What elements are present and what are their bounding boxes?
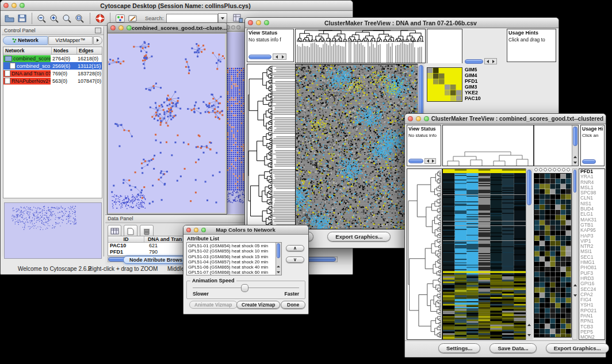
attribute-list[interactable]: GPL51-01 (GSM854) heat shock 05 minGPL51… — [186, 242, 282, 275]
zoom-window-icon[interactable] — [236, 25, 240, 29]
attribute-item[interactable]: GPL51-01 (GSM854) heat shock 05 min — [188, 243, 280, 248]
move-down-button[interactable]: ∨ — [286, 256, 304, 263]
zoom-out-icon[interactable] — [36, 13, 48, 24]
attribute-list-vscrollbar[interactable] — [276, 243, 281, 275]
treeview2-global-heatmap[interactable] — [442, 168, 526, 340]
treeview2-zoom-heatmap[interactable] — [534, 173, 572, 338]
tab-network[interactable]: Network — [3, 36, 48, 45]
row-label[interactable]: PAC10 — [465, 95, 481, 101]
help-icon[interactable] — [94, 13, 106, 24]
zoom-selected-icon[interactable] — [61, 13, 74, 24]
faster-label: Faster — [284, 291, 299, 297]
network-canvas[interactable] — [108, 34, 225, 213]
view-status-hscrollbar[interactable] — [248, 55, 271, 59]
minimize-icon[interactable] — [231, 25, 235, 29]
network-row[interactable]: DNA and Tran 07 769(0) 183728(0) — [3, 70, 102, 77]
network-table: combined_scores 2764(0) 16218(0) combine… — [3, 55, 102, 85]
float-panel-icon[interactable] — [95, 28, 101, 33]
treeview1-usage-hints: Usage Hints Click and drag to — [507, 29, 556, 62]
desktop: Cytoscape Desktop (Session Name: collins… — [0, 0, 612, 364]
tab-overflow-arrow-icon[interactable] — [93, 36, 102, 45]
attribute-item[interactable]: GPL51-02 (GSM855) heat shock 10 min — [188, 248, 280, 254]
minimize-icon[interactable] — [416, 116, 421, 121]
col-labels-vscrollbar[interactable] — [572, 125, 578, 166]
view-status-hscrollbar[interactable] — [408, 159, 423, 163]
treeview2-row-dendrogram[interactable] — [407, 168, 442, 340]
treeview1-view-status: View Status No status info f — [247, 29, 294, 62]
attribute-list-label: Attribute List — [187, 236, 219, 242]
treeview1-button[interactable]: Export Graphics... — [327, 232, 391, 242]
data-col-id[interactable]: ID — [108, 236, 144, 242]
zoom-window-icon[interactable] — [201, 228, 206, 232]
treeview2-usage-hints: Usage Hi Click an — [580, 125, 605, 166]
network-window-title: combined_scores_good.txt--cluste... — [132, 25, 227, 31]
search-input[interactable] — [166, 14, 218, 23]
usage-hints-hscrollbar[interactable] — [582, 159, 596, 164]
animate-vizmap-button[interactable]: Animate Vizmap — [189, 301, 238, 309]
speed-slider-thumb[interactable] — [241, 284, 248, 292]
move-up-button[interactable]: ∧ — [286, 245, 304, 251]
row-label[interactable]: PFD1 — [465, 78, 481, 84]
save-icon[interactable] — [16, 13, 28, 24]
row-label[interactable]: GIM4 — [465, 72, 481, 78]
row-label[interactable]: GIM3 — [465, 84, 481, 90]
network-icon — [5, 56, 12, 62]
animation-speed-group: Animation Speed Slower Faster — [186, 281, 305, 299]
search-dropdown-button[interactable] — [218, 13, 227, 24]
treeview2-column-dendrogram[interactable] — [442, 125, 534, 166]
treeview2-global-vscrollbar[interactable] — [526, 168, 533, 340]
zoom-in-icon[interactable] — [48, 13, 61, 24]
attribute-item[interactable]: GPL51-06 (GSM865) heat shock 40 min — [188, 265, 280, 270]
minimize-icon[interactable] — [256, 20, 261, 25]
zoom-fit-icon[interactable] — [74, 13, 86, 24]
row-label[interactable]: GIM5 — [465, 67, 481, 72]
treeview1-zoom-hscrollbar[interactable] — [465, 58, 497, 64]
map-colors-dialog: Map Colors to Network Attribute List GPL… — [183, 225, 309, 315]
treeview1-heatmap[interactable] — [295, 64, 418, 229]
attribute-item[interactable]: GPL51-03 (GSM856) heat shock 15 min — [188, 254, 280, 259]
zoom-window-icon[interactable] — [20, 3, 25, 8]
network-table-header[interactable]: Network Nodes Edges — [3, 47, 102, 55]
treeview2-title-bar[interactable]: ClusterMaker TreeView : combined_scores_… — [405, 114, 606, 124]
network-view-window: combined_scores_good.txt--cluste... — [107, 22, 227, 214]
close-icon[interactable] — [248, 20, 253, 25]
minimize-icon[interactable] — [118, 25, 124, 30]
close-icon[interactable] — [186, 228, 191, 232]
treeview1-row-labels: GIM5GIM4PFD1GIM3YKE2PAC10 — [465, 67, 481, 101]
treeview2-window: ClusterMaker TreeView : combined_scores_… — [404, 113, 606, 358]
done-button[interactable]: Done — [281, 301, 305, 309]
treeview2-gene-list: PFD1YRA1RNR4MSL1SPC98CLN1NIS1BUD4ELG1MAK… — [579, 168, 605, 340]
tab-vizmapper[interactable]: VizMapper™ — [48, 36, 93, 45]
dialog-title: Map Colors to Network — [206, 227, 285, 233]
treeview2-button[interactable]: Settings... — [438, 343, 480, 353]
treeview2-button[interactable]: Save Data... — [489, 343, 536, 353]
close-icon[interactable] — [408, 116, 413, 121]
gene-list-vscrollbar[interactable] — [572, 168, 577, 340]
network-overview-thumbnail[interactable] — [4, 202, 102, 259]
treeview1-title-bar[interactable]: ClusterMaker TreeView : DNA and Tran 07-… — [245, 18, 559, 28]
minimize-icon[interactable] — [194, 228, 198, 232]
node-attribute-browser-tab[interactable]: Node Attribute Brows — [123, 256, 189, 264]
network-row[interactable]: combined_scores 2764(0) 16218(0) — [3, 55, 102, 62]
row-label[interactable]: YKE2 — [465, 90, 481, 95]
zoom-window-icon[interactable] — [424, 116, 429, 121]
treeview1-zoom-heatmap[interactable] — [427, 67, 462, 102]
minimize-icon[interactable] — [12, 3, 17, 8]
attribute-item[interactable]: GPL51-07 (GSM868) heat shock 60 min — [188, 270, 280, 275]
create-vizmap-button[interactable]: Create Vizmap — [236, 301, 280, 309]
close-icon[interactable] — [3, 3, 9, 8]
search-label: Search: — [145, 15, 164, 21]
treeview1-column-dendrogram[interactable] — [295, 29, 426, 63]
dialog-title-bar[interactable]: Map Colors to Network — [183, 225, 308, 235]
zoom-window-icon[interactable] — [264, 20, 269, 25]
zoom-window-icon[interactable] — [127, 25, 132, 30]
open-file-icon[interactable] — [3, 13, 16, 24]
close-icon[interactable] — [110, 25, 116, 30]
attribute-item[interactable]: GPL51-04 (GSM857) heat shock 20 min — [188, 259, 280, 265]
network-row[interactable]: RNAPuberNov2+ 563(0) 107847(0) — [3, 77, 102, 85]
treeview1-row-dendrogram[interactable] — [247, 64, 296, 229]
main-title-bar[interactable]: Cytoscape Desktop (Session Name: collins… — [1, 1, 353, 11]
treeview2-button[interactable]: Export Graphics... — [546, 343, 609, 353]
gene-label[interactable]: MON2 — [580, 335, 605, 340]
network-row[interactable]: combined_sco 2569(6) 13112(15) — [3, 62, 102, 70]
